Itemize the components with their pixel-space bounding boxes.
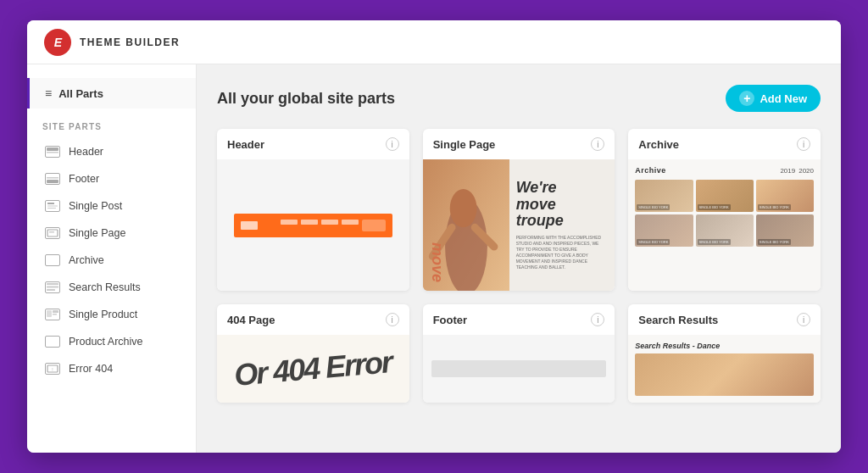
plus-icon: +: [739, 91, 754, 106]
sidebar-item-header[interactable]: Header: [27, 138, 196, 165]
sidebar-item-single-product[interactable]: Single Product: [27, 301, 196, 328]
header-icon: [45, 146, 60, 158]
card-preview-404: Or 404 Error: [217, 335, 409, 403]
svg-text:!: !: [52, 367, 53, 372]
card-preview-search-results: Search Results - Dance: [628, 335, 821, 403]
card-title: Header: [227, 138, 264, 151]
svg-point-19: [449, 189, 476, 227]
thumb-label: SINGLE BIO YORK: [637, 204, 670, 210]
svg-rect-5: [47, 206, 58, 207]
card-archive[interactable]: Archive i Archive 2019 2020: [628, 129, 821, 291]
sidebar-all-parts[interactable]: ≡ All Parts: [27, 78, 196, 109]
archive-preview: Archive 2019 2020 SINGLE BIO YORK SINGLE…: [628, 159, 821, 291]
nav-btn: [362, 220, 386, 231]
archive-year-1: 2019: [780, 167, 795, 175]
archive-thumb: SINGLE BIO YORK: [696, 180, 754, 212]
svg-rect-10: [47, 287, 58, 288]
sidebar-item-archive[interactable]: Archive: [27, 247, 196, 274]
app-container: E THEME BUILDER ≡ All Parts SITE PARTS H…: [27, 20, 841, 453]
dance-title: We'removetroupe: [516, 180, 609, 230]
card-single-page[interactable]: Single Page i: [423, 129, 615, 291]
main-content: All your global site parts + Add New Hea…: [197, 64, 841, 453]
card-preview-archive: Archive 2019 2020 SINGLE BIO YORK SINGLE…: [628, 159, 821, 291]
card-footer[interactable]: Footer i: [423, 304, 615, 403]
sidebar: ≡ All Parts SITE PARTS Header Footer: [27, 64, 197, 453]
card-preview-header: [217, 159, 409, 291]
thumb-label: SINGLE BIO YORK: [698, 204, 731, 210]
body-container: ≡ All Parts SITE PARTS Header Footer: [27, 64, 841, 453]
bar-nav: [281, 220, 386, 231]
dance-bg: move: [423, 159, 509, 291]
sidebar-item-single-post[interactable]: Single Post: [27, 192, 196, 220]
info-icon[interactable]: i: [386, 313, 399, 326]
dance-vertical-text: move: [430, 242, 445, 282]
svg-rect-12: [47, 310, 52, 317]
card-preview-footer: [423, 335, 615, 403]
card-header[interactable]: Header i: [217, 129, 409, 291]
sidebar-item-footer[interactable]: Footer: [27, 165, 196, 192]
dance-right: We'removetroupe PERFORMING WITH THE ACCO…: [509, 159, 615, 291]
footer-bar: [431, 360, 607, 377]
archive-thumb: SINGLE BIO YORK: [756, 214, 814, 247]
archive-years: 2019 2020: [780, 167, 814, 175]
svg-rect-7: [47, 230, 58, 236]
thumb-label: SINGLE BIO YORK: [758, 239, 791, 245]
thumb-label: SINGLE BIO YORK: [698, 239, 731, 245]
card-title: Footer: [433, 314, 467, 326]
sidebar-item-search-results[interactable]: Search Results: [27, 274, 196, 301]
card-title: Archive: [638, 138, 679, 151]
search-results-icon: [45, 281, 60, 293]
card-title: Single Page: [433, 138, 496, 151]
card-404[interactable]: 404 Page i Or 404 Error: [217, 304, 409, 403]
nav-item: [321, 220, 338, 225]
logo: E: [44, 29, 71, 56]
svg-rect-9: [47, 283, 58, 285]
main-header: All your global site parts + Add New: [217, 85, 821, 112]
dance-preview: move We'removetroupe PERFORMING WITH THE…: [423, 159, 615, 291]
sidebar-item-single-page[interactable]: Single Page: [27, 220, 196, 247]
search-results-preview: Search Results - Dance: [628, 335, 821, 403]
info-icon[interactable]: i: [591, 313, 604, 326]
info-icon[interactable]: i: [386, 137, 399, 151]
top-bar: E THEME BUILDER: [27, 20, 841, 64]
info-icon[interactable]: i: [797, 137, 810, 151]
archive-header-row: Archive 2019 2020: [635, 166, 814, 175]
info-icon[interactable]: i: [797, 313, 810, 326]
error-404-icon: !: [45, 363, 60, 375]
svg-rect-3: [47, 177, 58, 179]
archive-icon: [45, 254, 60, 266]
footer-preview: [423, 335, 615, 403]
footer-icon: [45, 173, 60, 185]
svg-rect-13: [53, 310, 58, 313]
app-title: THEME BUILDER: [80, 36, 180, 48]
archive-grid: SINGLE BIO YORK SINGLE BIO YORK SINGLE B…: [635, 180, 814, 247]
single-page-icon: [45, 227, 60, 239]
add-new-button[interactable]: + Add New: [726, 85, 821, 112]
nav-item: [342, 220, 359, 225]
nav-item: [301, 220, 318, 225]
svg-rect-0: [47, 147, 58, 151]
nav-item: [281, 220, 298, 225]
search-results-preview-title: Search Results - Dance: [635, 342, 814, 350]
info-icon[interactable]: i: [591, 137, 604, 151]
card-title: Search Results: [638, 314, 718, 326]
card-header-row: Header i: [217, 129, 409, 159]
sidebar-item-error-404[interactable]: ! Error 404: [27, 355, 196, 382]
single-post-icon: [45, 200, 60, 212]
header-preview: [217, 159, 409, 291]
svg-rect-14: [53, 314, 57, 315]
logo-icon: E: [54, 36, 61, 49]
dance-left: move: [423, 159, 509, 291]
svg-rect-11: [47, 289, 55, 291]
sidebar-section-label: SITE PARTS: [27, 122, 196, 138]
sidebar-item-label: Error 404: [69, 363, 113, 375]
card-search-results[interactable]: Search Results i Search Results - Dance: [628, 304, 821, 403]
dance-text: PERFORMING WITH THE ACCOMPLISHED STUDIO …: [516, 235, 609, 270]
svg-rect-1: [47, 152, 58, 153]
card-header-row: Footer i: [423, 304, 615, 335]
sidebar-item-label: Header: [69, 146, 103, 158]
sidebar-item-label: Search Results: [69, 281, 141, 293]
card-title: 404 Page: [227, 314, 275, 326]
sidebar-item-product-archive[interactable]: Product Archive: [27, 328, 196, 355]
svg-rect-4: [47, 203, 54, 204]
